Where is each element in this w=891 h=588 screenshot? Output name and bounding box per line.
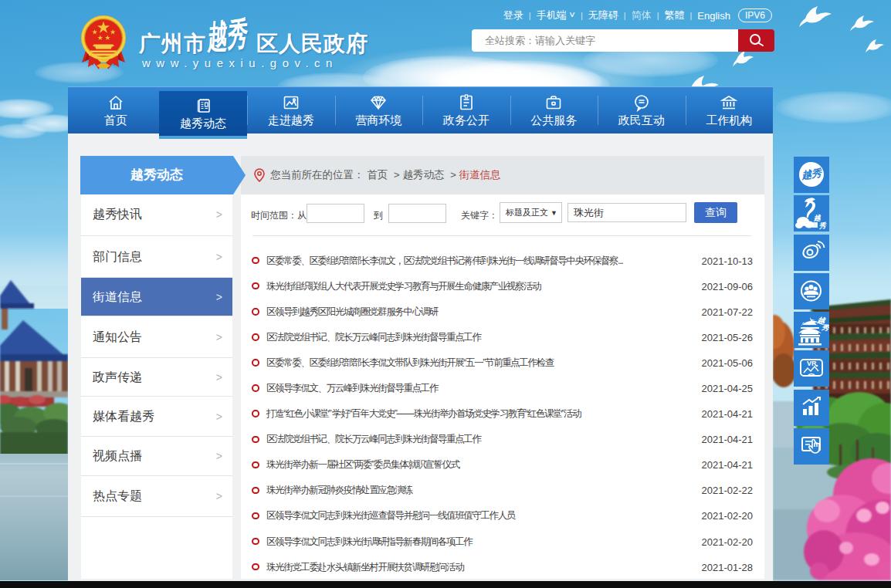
- svg-text:秀: 秀: [818, 221, 828, 230]
- svg-text:秀: 秀: [821, 323, 829, 333]
- svg-text:越: 越: [812, 214, 822, 222]
- svg-text:VR: VR: [807, 360, 817, 367]
